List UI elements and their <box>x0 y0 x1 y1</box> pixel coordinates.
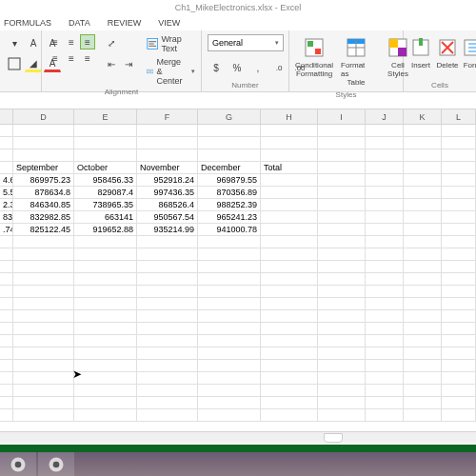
cell[interactable] <box>13 310 74 323</box>
cell[interactable] <box>74 335 137 347</box>
cell[interactable] <box>137 137 198 149</box>
cell[interactable] <box>318 174 366 187</box>
cell[interactable] <box>442 360 476 372</box>
cell[interactable] <box>137 397 198 409</box>
cell[interactable] <box>366 273 404 286</box>
cell[interactable] <box>13 335 74 347</box>
cell[interactable]: 997436.35 <box>137 187 198 199</box>
table-row[interactable] <box>0 248 476 261</box>
col-header-partial[interactable] <box>0 109 13 124</box>
cell[interactable] <box>198 323 261 335</box>
cell[interactable]: November <box>137 162 198 174</box>
cell[interactable] <box>74 360 137 372</box>
cell[interactable] <box>366 199 404 211</box>
font-size-dropdown[interactable]: ▾ <box>6 34 23 51</box>
cell[interactable] <box>137 286 198 298</box>
cell[interactable] <box>404 360 442 372</box>
cell[interactable] <box>366 224 404 236</box>
cell[interactable] <box>318 409 366 422</box>
cell[interactable] <box>318 372 366 385</box>
cell[interactable] <box>261 397 318 409</box>
cell[interactable] <box>318 397 366 409</box>
cell[interactable] <box>137 248 198 261</box>
cell[interactable] <box>261 273 318 286</box>
taskbar-app-1[interactable] <box>0 452 36 476</box>
table-row[interactable] <box>0 137 476 149</box>
cell[interactable] <box>13 137 74 149</box>
tab-formulas[interactable]: FORMULAS <box>4 18 51 28</box>
cell[interactable] <box>404 286 442 298</box>
cell[interactable]: 868526.4 <box>137 199 198 211</box>
cell[interactable] <box>198 248 261 261</box>
cell[interactable]: 941000.78 <box>198 224 261 236</box>
border-icon[interactable] <box>6 55 23 72</box>
currency-icon[interactable]: $ <box>208 59 225 76</box>
cell[interactable] <box>0 360 13 372</box>
cell[interactable] <box>366 187 404 199</box>
cell[interactable] <box>261 298 318 310</box>
cell[interactable] <box>137 409 198 422</box>
cell[interactable] <box>137 149 198 162</box>
cell[interactable] <box>13 261 74 273</box>
wrap-text-button[interactable]: Wrap Text <box>147 34 195 53</box>
cell[interactable] <box>137 323 198 335</box>
cell[interactable] <box>366 137 404 149</box>
cell[interactable] <box>442 211 476 224</box>
cell[interactable] <box>0 125 13 137</box>
table-row[interactable] <box>0 409 476 422</box>
cell[interactable] <box>366 335 404 347</box>
cell[interactable] <box>404 199 442 211</box>
cell[interactable] <box>404 385 442 397</box>
cell[interactable] <box>0 273 13 286</box>
cell[interactable] <box>13 286 74 298</box>
cell[interactable] <box>13 149 74 162</box>
table-row[interactable] <box>0 372 476 385</box>
cell[interactable] <box>198 310 261 323</box>
cell[interactable] <box>137 372 198 385</box>
cell[interactable] <box>13 236 74 248</box>
cell[interactable] <box>442 323 476 335</box>
col-header-E[interactable]: E <box>74 109 137 124</box>
table-row[interactable] <box>0 385 476 397</box>
cell[interactable] <box>261 286 318 298</box>
table-row[interactable] <box>0 125 476 137</box>
col-header-D[interactable]: D <box>13 109 74 124</box>
cell[interactable] <box>366 372 404 385</box>
table-row[interactable] <box>0 286 476 298</box>
col-header-G[interactable]: G <box>198 109 261 124</box>
cell[interactable] <box>442 385 476 397</box>
cell[interactable] <box>198 335 261 347</box>
cell[interactable] <box>442 149 476 162</box>
table-row[interactable]: 834832982.85663141950567.54965241.23 <box>0 211 476 224</box>
cell[interactable] <box>0 236 13 248</box>
delete-button[interactable]: Delete <box>436 34 459 71</box>
cell[interactable] <box>261 149 318 162</box>
cell[interactable] <box>318 187 366 199</box>
cell[interactable] <box>404 149 442 162</box>
cell[interactable] <box>74 286 137 298</box>
cell[interactable]: Total <box>261 162 318 174</box>
cell[interactable] <box>442 261 476 273</box>
cell[interactable]: 952918.24 <box>137 174 198 187</box>
cell[interactable] <box>318 360 366 372</box>
cell[interactable] <box>0 261 13 273</box>
table-row[interactable]: 5.5878634.8829087.4997436.35870356.89 <box>0 187 476 199</box>
cell[interactable] <box>404 125 442 137</box>
cell[interactable] <box>318 236 366 248</box>
cell[interactable] <box>198 347 261 360</box>
table-row[interactable] <box>0 149 476 162</box>
table-row[interactable] <box>0 261 476 273</box>
table-row[interactable] <box>0 310 476 323</box>
cell[interactable] <box>366 347 404 360</box>
number-format-select[interactable]: General ▾ <box>208 34 284 51</box>
cell[interactable] <box>13 298 74 310</box>
cell[interactable] <box>198 298 261 310</box>
cell[interactable] <box>366 360 404 372</box>
cell[interactable] <box>261 323 318 335</box>
cell[interactable] <box>442 137 476 149</box>
table-row[interactable]: .74825122.45919652.88935214.99941000.78 <box>0 224 476 236</box>
table-row[interactable]: SeptemberOctoberNovemberDecemberTotal <box>0 162 476 174</box>
cell[interactable]: 846340.85 <box>13 199 74 211</box>
cell[interactable] <box>0 149 13 162</box>
cell[interactable] <box>13 323 74 335</box>
